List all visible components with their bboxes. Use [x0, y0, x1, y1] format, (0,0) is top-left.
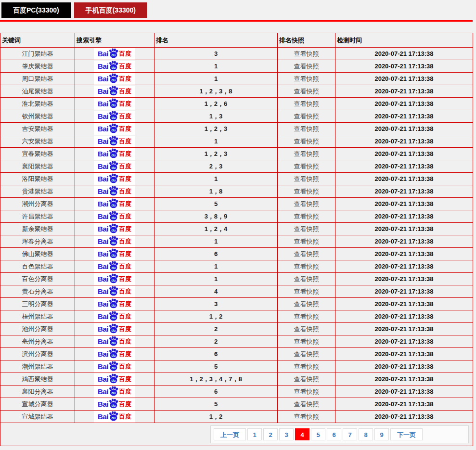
pager-page-8[interactable]: 8: [359, 428, 373, 440]
check-time-cell: 2020-07-21 17:13:38: [335, 260, 473, 273]
view-snapshot-link[interactable]: 查看快照: [294, 150, 319, 157]
table-row: 汕尾聚结器 Bai du 百度 1，2，3，8 查看快照 2020-07-21 …: [0, 85, 473, 98]
view-snapshot-link[interactable]: 查看快照: [294, 338, 319, 345]
snapshot-cell: 查看快照: [278, 110, 335, 123]
check-time-cell: 2020-07-21 17:13:38: [335, 210, 473, 223]
keyword-cell: 珲春分离器: [0, 235, 75, 248]
view-snapshot-link[interactable]: 查看快照: [294, 275, 319, 283]
view-snapshot-link[interactable]: 查看快照: [294, 388, 319, 395]
rank-cell: 1，2，4: [154, 223, 278, 235]
baidu-logo-cn-text: 百度: [119, 287, 131, 296]
engine-cell: Bai du 百度: [75, 123, 154, 135]
pager-page-1[interactable]: 1: [247, 428, 262, 440]
view-snapshot-link[interactable]: 查看快照: [294, 325, 319, 333]
check-time-cell: 2020-07-21 17:13:38: [335, 98, 473, 110]
view-snapshot-link[interactable]: 查看快照: [294, 225, 319, 232]
baidu-paw-icon: du: [108, 211, 118, 221]
view-snapshot-link[interactable]: 查看快照: [294, 75, 319, 82]
pager-page-4[interactable]: 4: [295, 428, 309, 440]
view-snapshot-link[interactable]: 查看快照: [294, 213, 319, 220]
view-snapshot-link[interactable]: 查看快照: [294, 263, 319, 270]
baidu-paw-icon: du: [108, 198, 118, 208]
view-snapshot-link[interactable]: 查看快照: [294, 50, 319, 57]
pager-page-9[interactable]: 9: [374, 428, 389, 440]
view-snapshot-link[interactable]: 查看快照: [294, 88, 319, 95]
view-snapshot-link[interactable]: 查看快照: [294, 163, 319, 170]
keyword-cell: 宜春聚结器: [0, 148, 75, 160]
svg-text:du: du: [111, 216, 116, 220]
baidu-paw-icon: du: [108, 236, 118, 246]
rank-cell: 5: [154, 198, 278, 210]
baidu-logo: Bai du 百度: [94, 273, 135, 285]
pager-page-3[interactable]: 3: [279, 428, 294, 440]
baidu-logo-cn-text: 百度: [119, 237, 131, 246]
svg-text:du: du: [111, 391, 116, 395]
view-snapshot-link[interactable]: 查看快照: [294, 175, 319, 182]
baidu-logo-cn-text: 百度: [119, 300, 131, 309]
view-snapshot-link[interactable]: 查看快照: [294, 350, 319, 358]
header-checktime: 检测时间: [335, 33, 473, 48]
keyword-cell: 周口聚结器: [0, 73, 75, 85]
keyword-cell: 滨州分离器: [0, 348, 75, 360]
view-snapshot-link[interactable]: 查看快照: [294, 113, 319, 120]
table-row: 钦州聚结器 Bai du 百度 1，3 查看快照 2020-07-21 17:1…: [0, 110, 473, 123]
pager-page-5[interactable]: 5: [311, 428, 325, 440]
baidu-logo-cn-text: 百度: [119, 112, 131, 121]
view-snapshot-link[interactable]: 查看快照: [294, 100, 319, 107]
view-snapshot-link[interactable]: 查看快照: [294, 400, 319, 408]
pager-next-button[interactable]: 下一页: [390, 428, 423, 440]
view-snapshot-link[interactable]: 查看快照: [294, 413, 319, 420]
engine-cell: Bai du 百度: [75, 160, 154, 173]
baidu-logo-bai-text: Bai: [98, 262, 108, 270]
header-keyword: 关键词: [0, 33, 75, 48]
check-time-cell: 2020-07-21 17:13:38: [335, 310, 473, 323]
rank-cell: 1，2: [154, 411, 278, 423]
view-snapshot-link[interactable]: 查看快照: [294, 125, 319, 132]
pager-page-6[interactable]: 6: [327, 428, 341, 440]
view-snapshot-link[interactable]: 查看快照: [294, 250, 319, 257]
view-snapshot-link[interactable]: 查看快照: [294, 288, 319, 295]
table-row: 滨州分离器 Bai du 百度 6 查看快照 2020-07-21 17:13:…: [0, 348, 473, 360]
check-time-cell: 2020-07-21 17:13:38: [335, 323, 473, 335]
baidu-logo-bai-text: Bai: [98, 337, 108, 346]
engine-cell: Bai du 百度: [75, 335, 154, 348]
keyword-cell: 钦州聚结器: [0, 110, 75, 123]
table-row: 百色分离器 Bai du 百度 1 查看快照 2020-07-21 17:13:…: [0, 273, 473, 285]
view-snapshot-link[interactable]: 查看快照: [294, 375, 319, 383]
baidu-logo-bai-text: Bai: [98, 137, 108, 145]
engine-cell: Bai du 百度: [75, 185, 154, 198]
view-snapshot-link[interactable]: 查看快照: [294, 300, 319, 308]
check-time-cell: 2020-07-21 17:13:38: [335, 398, 473, 411]
baidu-logo-cn-text: 百度: [119, 387, 131, 396]
view-snapshot-link[interactable]: 查看快照: [294, 238, 319, 245]
red-divider-line: [0, 20, 473, 22]
keyword-cell: 宣城分离器: [0, 398, 75, 411]
view-snapshot-link[interactable]: 查看快照: [294, 200, 319, 207]
svg-text:du: du: [111, 341, 116, 345]
engine-cell: Bai du 百度: [75, 273, 154, 285]
table-row: 佛山聚结器 Bai du 百度 6 查看快照 2020-07-21 17:13:…: [0, 248, 473, 260]
view-snapshot-link[interactable]: 查看快照: [294, 313, 319, 320]
baidu-paw-icon: du: [108, 273, 118, 283]
rank-cell: 1，2，3，4，7，8: [154, 373, 278, 386]
view-snapshot-link[interactable]: 查看快照: [294, 363, 319, 370]
tab-baidu-mobile[interactable]: 手机百度(33300): [74, 2, 147, 18]
pagination-row: 上一页123456789下一页: [0, 423, 473, 446]
engine-cell: Bai du 百度: [75, 260, 154, 273]
check-time-cell: 2020-07-21 17:13:38: [335, 223, 473, 235]
header-rank: 排名: [154, 33, 278, 48]
svg-text:du: du: [111, 90, 116, 95]
pager-page-2[interactable]: 2: [263, 428, 278, 440]
engine-cell: Bai du 百度: [75, 360, 154, 373]
snapshot-cell: 查看快照: [278, 235, 335, 248]
view-snapshot-link[interactable]: 查看快照: [294, 188, 319, 195]
snapshot-cell: 查看快照: [278, 310, 335, 323]
pager-page-7[interactable]: 7: [343, 428, 357, 440]
view-snapshot-link[interactable]: 查看快照: [294, 138, 319, 145]
tab-baidu-pc[interactable]: 百度PC(33300): [1, 2, 71, 18]
pager-prev-button[interactable]: 上一页: [214, 428, 246, 440]
snapshot-cell: 查看快照: [278, 60, 335, 73]
view-snapshot-link[interactable]: 查看快照: [294, 63, 319, 70]
check-time-cell: 2020-07-21 17:13:38: [335, 123, 473, 135]
table-row: 亳州分离器 Bai du 百度 2 查看快照 2020-07-21 17:13:…: [0, 335, 473, 348]
